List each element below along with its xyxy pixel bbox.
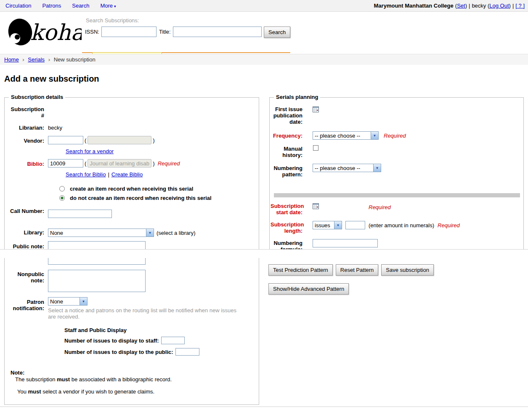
frequency-select-value: -- please choose -- <box>315 133 360 139</box>
nav-patrons[interactable]: Patrons <box>42 3 61 9</box>
item-record-no-create-option: do not create an item record when receiv… <box>59 195 212 201</box>
library-name: Marymount Manhattan College <box>374 3 454 9</box>
biblio-links-row: Search for Biblio | Create Biblio <box>66 171 143 178</box>
note-emphasis: must <box>28 388 41 395</box>
session-info: Marymount Manhattan College (Set) | beck… <box>374 3 528 9</box>
public-issues-input[interactable] <box>175 348 199 356</box>
note-text: select a vendor if you wish to generate … <box>41 388 155 395</box>
top-bar: Circulation Patrons Search More▾ Marymou… <box>0 0 528 12</box>
help-link[interactable]: [ ? ] <box>515 3 525 9</box>
nav-more-label: More <box>100 3 113 9</box>
breadcrumb-home[interactable]: Home <box>4 56 19 63</box>
title-input[interactable] <box>173 27 262 37</box>
length-row: issues ▼ (enter amount in numerals) Requ… <box>313 221 460 229</box>
call-number-label: Call Number: <box>9 208 44 214</box>
breadcrumb: Home › Serials › New subscription <box>0 54 528 65</box>
breadcrumb-current: New subscription <box>54 56 96 63</box>
save-subscription-button[interactable]: Save subscription <box>381 264 434 276</box>
create-biblio-link[interactable]: Create Biblio <box>111 171 143 178</box>
show-hide-advanced-pattern-button[interactable]: Show/Hide Advanced Pattern <box>268 283 349 295</box>
library-row: None ▼ (select a library) <box>48 229 195 237</box>
public-issues-label: Number of issues to display to the publi… <box>64 349 173 355</box>
call-number-input[interactable] <box>48 210 112 218</box>
dropdown-arrow-icon: ▼ <box>371 132 378 139</box>
set-library-link[interactable]: Set <box>457 3 465 9</box>
biblio-id-input[interactable] <box>48 159 83 167</box>
staff-issues-row: Number of issues to display to staff: <box>64 337 185 344</box>
library-select[interactable]: None ▼ <box>48 229 154 237</box>
length-unit-select[interactable]: issues ▼ <box>313 221 342 229</box>
nav-circulation[interactable]: Circulation <box>5 3 31 9</box>
start-date-label: Subscription start date: <box>271 203 302 215</box>
manual-history-checkbox[interactable] <box>313 145 318 151</box>
note-text: You <box>17 388 28 395</box>
nav-more[interactable]: More▾ <box>100 3 116 9</box>
vendor-row: ( ) <box>48 136 155 144</box>
library-label: Library: <box>9 229 44 236</box>
length-hint: (enter amount in numerals) <box>369 222 434 229</box>
numbering-formula-input[interactable] <box>313 239 378 247</box>
subscription-details-legend: Subscription details <box>9 94 65 100</box>
staff-issues-input[interactable] <box>161 337 185 344</box>
item-record-create-option: create an item record when receiving thi… <box>59 186 193 192</box>
search-vendor-link[interactable]: Search for a vendor <box>66 148 114 154</box>
vendor-id-input[interactable] <box>48 136 83 144</box>
patron-notification-label: Patron notification: <box>9 299 44 311</box>
biblio-label: Biblio: <box>9 161 44 167</box>
frequency-select[interactable]: -- please choose -- ▼ <box>313 131 379 140</box>
calendar-icon[interactable] <box>313 203 319 210</box>
length-label: Subscription length: <box>271 221 302 234</box>
search-button[interactable]: Search <box>264 27 290 38</box>
issn-input[interactable] <box>101 27 157 37</box>
logged-in-user: becky <box>472 3 486 9</box>
start-date-required-text: Required <box>369 204 391 210</box>
create-item-radio[interactable] <box>59 186 65 191</box>
calendar-icon[interactable] <box>313 106 319 114</box>
page-title: Add a new subscription <box>4 74 99 84</box>
frequency-required-text: Required <box>384 133 406 139</box>
issn-label: ISSN: <box>85 29 99 35</box>
page-bottom-divider <box>0 407 528 407</box>
serials-planning-legend: Serials planning <box>274 94 320 100</box>
public-note-textarea[interactable] <box>48 241 146 265</box>
first-issue-date-label: First issue publication date: <box>271 106 302 125</box>
breadcrumb-serials[interactable]: Serials <box>28 56 45 63</box>
do-not-create-item-radio[interactable] <box>59 195 65 201</box>
logout-link[interactable]: Log Out <box>489 3 509 9</box>
biblio-required-text: Required <box>158 160 180 167</box>
note-text: The subscription <box>15 376 57 383</box>
separator: | <box>108 171 109 178</box>
test-prediction-pattern-button[interactable]: Test Prediction Pattern <box>268 264 333 276</box>
nonpublic-note-textarea[interactable] <box>48 270 146 292</box>
advanced-pattern-row: Show/Hide Advanced Pattern <box>268 283 349 295</box>
paren: ( <box>85 160 86 167</box>
frequency-row: -- please choose -- ▼ Required <box>313 131 406 140</box>
note-heading: Note: <box>11 369 24 376</box>
subscription-search-heading: Search Subscriptions: <box>86 17 139 24</box>
top-nav: Circulation Patrons Search More▾ <box>0 3 116 9</box>
numbering-pattern-select-value: -- please choose -- <box>315 165 360 171</box>
subscription-number-label: Subscription # <box>9 106 44 119</box>
note-emphasis: must <box>57 376 70 383</box>
length-amount-input[interactable] <box>345 221 365 229</box>
manual-history-label: Manual history: <box>271 146 302 158</box>
librarian-label: Librarian: <box>9 125 44 131</box>
numbering-pattern-select[interactable]: -- please choose -- ▼ <box>313 164 381 172</box>
create-item-radio-label: create an item record when receiving thi… <box>70 186 193 192</box>
paren: ) <box>509 3 511 9</box>
reset-pattern-button[interactable]: Reset Pattern <box>336 264 379 276</box>
breadcrumb-separator: › <box>48 56 50 63</box>
frequency-label: Frequency: <box>271 133 302 139</box>
search-biblio-link[interactable]: Search for Biblio <box>66 171 106 178</box>
public-note-label: Public note: <box>9 243 44 250</box>
nav-search[interactable]: Search <box>72 3 89 9</box>
vendor-label: Vendor: <box>9 138 44 144</box>
length-required-text: Required <box>438 222 460 229</box>
patron-notification-select[interactable]: None ▼ <box>48 297 88 306</box>
subscription-details-fieldset: Subscription details Subscription # Libr… <box>4 97 259 405</box>
vendor-name-display <box>88 136 151 144</box>
note-line-1: The subscription must be associated with… <box>15 376 172 383</box>
pattern-action-row: Test Prediction Pattern Reset Pattern Sa… <box>268 264 434 276</box>
more-caret-icon: ▾ <box>114 4 116 8</box>
biblio-row: ( ) Required <box>48 159 180 167</box>
